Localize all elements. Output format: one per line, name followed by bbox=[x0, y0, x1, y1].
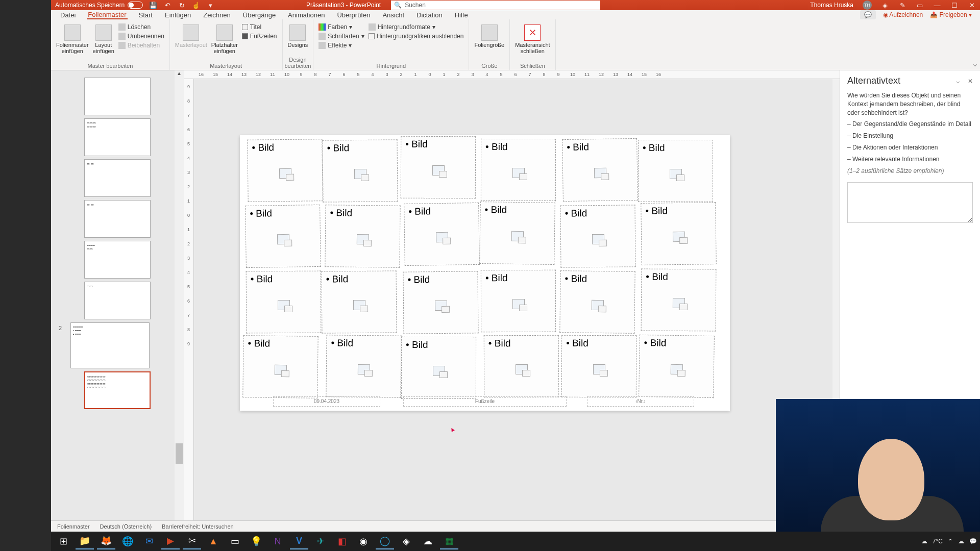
image-placeholder[interactable]: • Bild bbox=[641, 268, 717, 331]
image-placeholder[interactable]: • Bild bbox=[325, 205, 400, 268]
outlook-icon[interactable]: ✉ bbox=[140, 533, 158, 549]
user-avatar[interactable]: TH bbox=[863, 1, 872, 10]
bg-formats-button[interactable]: Hintergrundformate ▾ bbox=[369, 23, 464, 31]
image-placeholder[interactable]: • Bild bbox=[242, 335, 318, 398]
vlc-icon[interactable]: ▲ bbox=[204, 533, 223, 549]
hide-bg-checkbox[interactable]: Hintergrundgrafiken ausblenden bbox=[369, 33, 464, 40]
search-input[interactable]: 🔍 Suchen bbox=[391, 1, 600, 10]
masterlayout-button[interactable]: Masterlayout bbox=[175, 21, 207, 48]
excel-icon[interactable]: ▦ bbox=[440, 533, 458, 549]
footer-date[interactable]: 09.04.2023 bbox=[273, 396, 380, 407]
altpane-collapse-icon[interactable]: ⌵ bbox=[956, 78, 960, 85]
footer-number[interactable]: ‹Nr.› bbox=[587, 396, 694, 407]
tab-animationen[interactable]: Animationen bbox=[287, 11, 326, 19]
image-placeholder[interactable]: • Bild bbox=[481, 270, 556, 332]
tab-start[interactable]: Start bbox=[138, 11, 154, 19]
start-icon[interactable]: ⊞ bbox=[54, 533, 72, 549]
chat-button[interactable]: 💬 bbox=[860, 10, 876, 19]
tab-hilfe[interactable]: Hilfe bbox=[454, 11, 469, 19]
title-checkbox[interactable]: Titel bbox=[242, 23, 277, 31]
minimize-icon[interactable]: — bbox=[933, 1, 941, 9]
telegram-icon[interactable]: ✈ bbox=[311, 533, 330, 549]
footer-center[interactable]: Fußzeile bbox=[403, 396, 567, 407]
image-placeholder[interactable]: • Bild bbox=[245, 205, 321, 268]
image-placeholder[interactable]: • Bild bbox=[641, 202, 717, 265]
panel-icon[interactable]: ▭ bbox=[916, 1, 924, 9]
altpane-close-icon[interactable]: ✕ bbox=[968, 78, 973, 85]
image-placeholder[interactable]: • Bild bbox=[562, 138, 638, 202]
tray-chevron-icon[interactable]: ⌃ bbox=[948, 538, 953, 545]
thumb-layout[interactable]: ▭▭▭▭▭▭ bbox=[84, 118, 151, 156]
tab-ansicht[interactable]: Ansicht bbox=[381, 11, 405, 19]
image-placeholder[interactable]: • Bild bbox=[322, 139, 398, 202]
undo-icon[interactable]: ↶ bbox=[163, 1, 172, 9]
image-placeholder[interactable]: • Bild bbox=[247, 139, 323, 202]
close-icon[interactable]: ✕ bbox=[968, 1, 976, 9]
close-master-button[interactable]: ✕Masteransicht schließen bbox=[515, 21, 550, 54]
thumbnails-scrollbar[interactable]: ▲ ▼ bbox=[175, 70, 184, 530]
fonts-button[interactable]: Schriftarten ▾ bbox=[318, 33, 364, 40]
rename-button[interactable]: Umbenennen bbox=[118, 33, 164, 40]
record-button[interactable]: ◉ Aufzeichnen bbox=[883, 11, 923, 18]
tab-einfuegen[interactable]: Einfügen bbox=[164, 11, 192, 19]
edge-icon[interactable]: ◯ bbox=[376, 533, 394, 549]
pen-icon[interactable]: ✎ bbox=[898, 1, 906, 9]
tray-chat-icon[interactable]: 💬 bbox=[969, 538, 977, 545]
image-placeholder[interactable]: • Bild bbox=[401, 136, 476, 199]
tab-zeichnen[interactable]: Zeichnen bbox=[202, 11, 231, 19]
slide[interactable]: • Bild• Bild• Bild• Bild• Bild• Bild• Bi… bbox=[240, 135, 730, 411]
colors-button[interactable]: Farben ▾ bbox=[318, 23, 364, 31]
powerpoint-icon[interactable]: ▶ bbox=[161, 533, 180, 549]
save-icon[interactable]: 💾 bbox=[149, 1, 157, 9]
tab-dictation[interactable]: Dictation bbox=[415, 11, 444, 19]
tips-icon[interactable]: 💡 bbox=[247, 533, 265, 549]
image-placeholder[interactable]: • Bild bbox=[246, 270, 322, 333]
snip-icon[interactable]: ✂ bbox=[183, 533, 201, 549]
image-placeholder[interactable]: • Bild bbox=[559, 270, 635, 334]
thumb-layout-selected[interactable]: ▭▭▭▭▭▭▭▭▭▭▭▭▭▭▭▭▭▭▭▭▭▭▭▭ bbox=[84, 371, 151, 409]
designs-button[interactable]: Designs bbox=[288, 21, 308, 48]
slide-size-button[interactable]: Foliengröße bbox=[474, 21, 504, 48]
tab-datei[interactable]: Datei bbox=[59, 11, 77, 19]
image-placeholder[interactable]: • Bild bbox=[561, 335, 636, 397]
visio-icon[interactable]: V bbox=[290, 533, 308, 549]
thumb-layout[interactable]: ▭▭ bbox=[84, 282, 151, 319]
pdf-icon[interactable]: ◧ bbox=[333, 533, 351, 549]
firefox-icon[interactable]: 🦊 bbox=[97, 533, 115, 549]
thumb-master[interactable]: 2━━━━━• ━━━• ━━━ bbox=[70, 322, 150, 368]
app-icon[interactable]: ▭ bbox=[226, 533, 244, 549]
thumb-layout[interactable]: ━━━━▭▭ bbox=[84, 241, 151, 279]
app2-icon[interactable]: ◈ bbox=[397, 533, 415, 549]
thumb-layout[interactable]: ▭ ▭ bbox=[84, 200, 151, 238]
effects-button[interactable]: Effekte ▾ bbox=[318, 42, 364, 49]
image-placeholder[interactable]: • Bild bbox=[326, 335, 401, 397]
tab-ueberpruefen[interactable]: Überprüfen bbox=[336, 11, 371, 19]
share-button[interactable]: 📤 Freigeben ▾ bbox=[930, 11, 972, 18]
thumb-layout[interactable]: ▭ ▭ bbox=[84, 159, 151, 197]
autosave-toggle[interactable]: Automatisches Speichern bbox=[55, 2, 143, 9]
redo-icon[interactable]: ↻ bbox=[178, 1, 186, 9]
delete-button[interactable]: Löschen bbox=[118, 23, 164, 31]
image-placeholder[interactable]: • Bild bbox=[401, 337, 476, 399]
image-placeholder[interactable]: • Bild bbox=[479, 202, 555, 265]
status-lang[interactable]: Deutsch (Österreich) bbox=[100, 523, 152, 530]
preserve-button[interactable]: Beibehalten bbox=[118, 42, 164, 49]
placeholder-button[interactable]: Platzhalter einfügen bbox=[211, 21, 238, 54]
more-icon[interactable]: ▾ bbox=[206, 1, 214, 9]
weather-icon[interactable]: ☁ bbox=[921, 538, 927, 545]
tab-uebergaenge[interactable]: Übergänge bbox=[242, 11, 277, 19]
image-placeholder[interactable]: • Bild bbox=[322, 270, 397, 333]
app3-icon[interactable]: ☁ bbox=[419, 533, 437, 549]
image-placeholder[interactable]: • Bild bbox=[638, 140, 713, 202]
status-a11y[interactable]: Barrierefreiheit: Untersuchen bbox=[162, 523, 234, 530]
insert-master-button[interactable]: Folienmaster einfügen bbox=[56, 21, 89, 54]
weather-temp[interactable]: 7°C bbox=[933, 538, 943, 545]
onenote-icon[interactable]: N bbox=[268, 533, 287, 549]
chrome-icon[interactable]: 🌐 bbox=[118, 533, 137, 549]
image-placeholder[interactable]: • Bild bbox=[404, 203, 480, 266]
obs-icon[interactable]: ◉ bbox=[354, 533, 373, 549]
footer-checkbox[interactable]: Fußzeilen bbox=[242, 33, 277, 40]
insert-layout-button[interactable]: Layout einfügen bbox=[93, 21, 114, 54]
tray-cloud-icon[interactable]: ☁ bbox=[958, 538, 964, 545]
touch-icon[interactable]: ☝ bbox=[192, 1, 200, 9]
